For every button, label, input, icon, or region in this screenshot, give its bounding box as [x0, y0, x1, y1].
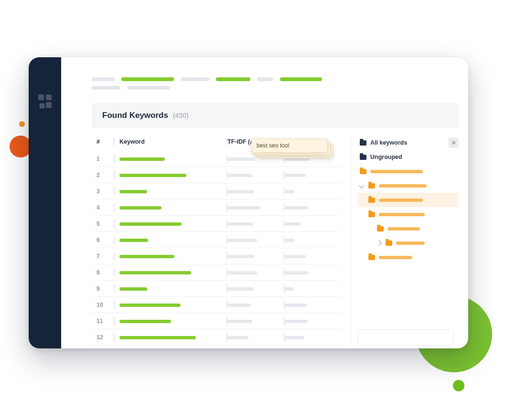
app-dashboard-icon[interactable] — [38, 94, 52, 108]
row-index: 5 — [97, 220, 114, 227]
table-row[interactable]: 2 — [92, 167, 342, 183]
folder-icon — [368, 198, 375, 203]
folder-subitem[interactable] — [358, 221, 459, 236]
value-bar — [227, 190, 254, 193]
table-row[interactable]: 6 — [92, 232, 342, 248]
keyword-bar — [119, 271, 191, 274]
main-area: Found Keywords (430) # Keyword TF-IDF (A… — [61, 57, 468, 348]
row-index: 4 — [97, 204, 114, 211]
value-bar — [227, 158, 255, 161]
keyword-bar — [119, 255, 174, 258]
folder-item[interactable] — [358, 164, 459, 178]
value-bar — [285, 287, 294, 291]
chevron-right-icon — [376, 240, 381, 245]
column-divider — [114, 155, 115, 163]
row-index: 9 — [97, 285, 114, 292]
value-bar — [285, 255, 306, 258]
folders-panel: All keywords Ungrouped — [351, 133, 459, 346]
col-index[interactable]: # — [97, 138, 114, 145]
panel-count: (430) — [173, 112, 189, 119]
row-index: 3 — [97, 188, 114, 195]
keyword-bar — [119, 190, 147, 193]
value-bar — [227, 255, 254, 258]
value-bar — [227, 222, 253, 226]
folder-item-expanded[interactable] — [358, 178, 459, 193]
row-index: 11 — [97, 318, 114, 325]
folder-label-placeholder — [379, 256, 412, 259]
value-bar — [285, 190, 294, 193]
keyword-bar — [119, 158, 165, 161]
folder-all-keywords[interactable]: All keywords — [358, 136, 409, 150]
value-bar — [285, 336, 304, 339]
crumb-active[interactable] — [216, 77, 250, 81]
table-row[interactable]: 9 — [92, 281, 342, 297]
col-keyword[interactable]: Keyword — [119, 138, 226, 145]
value-bar — [285, 174, 306, 177]
folder-label-placeholder — [396, 242, 425, 245]
folder-ungrouped[interactable]: Ungrouped — [358, 150, 459, 164]
value-bar — [285, 320, 308, 323]
decoration-circle-orange-small — [19, 121, 25, 127]
folder-subitem[interactable] — [358, 250, 459, 264]
table-row[interactable]: 12 — [92, 329, 342, 346]
folder-subitem[interactable] — [358, 207, 459, 221]
row-index: 8 — [97, 269, 114, 276]
collapse-panel-button[interactable] — [448, 137, 459, 148]
row-index: 12 — [97, 334, 114, 341]
column-divider — [114, 220, 115, 228]
folder-icon — [360, 140, 366, 146]
column-divider — [114, 268, 115, 277]
keyword-bar — [119, 174, 186, 177]
keyword-bar — [119, 239, 148, 242]
breadcrumb-secondary — [92, 86, 459, 90]
crumb-placeholder — [92, 86, 120, 90]
keyword-bar — [119, 287, 147, 291]
crumb-placeholder — [127, 86, 170, 90]
folder-label-placeholder — [379, 199, 423, 202]
folder-icon — [360, 155, 366, 160]
table-row[interactable]: 3 — [92, 183, 342, 200]
folder-label-placeholder — [379, 213, 425, 216]
crumb-active[interactable] — [121, 77, 174, 81]
app-window: Found Keywords (430) # Keyword TF-IDF (A… — [29, 57, 468, 348]
column-divider — [114, 187, 115, 196]
crumb-placeholder — [257, 77, 273, 81]
column-divider — [114, 137, 115, 146]
value-bar — [227, 239, 257, 242]
row-index: 10 — [97, 302, 114, 308]
value-bar — [227, 320, 252, 323]
table-row[interactable]: 10 — [92, 297, 342, 313]
keyword-bar — [119, 304, 181, 307]
row-index: 7 — [97, 253, 114, 260]
tooltip-text: best seo tool — [257, 142, 289, 149]
folder-search-input[interactable] — [358, 329, 454, 346]
table-row[interactable]: 8 — [92, 264, 342, 281]
folder-icon — [360, 169, 366, 174]
column-divider — [114, 317, 115, 326]
sidebar — [29, 57, 61, 348]
column-divider — [114, 284, 115, 293]
row-index: 6 — [97, 237, 114, 243]
crumb-active[interactable] — [280, 77, 322, 81]
value-bar — [285, 304, 307, 307]
table-row[interactable]: 5 — [92, 216, 342, 232]
table-row[interactable]: 11 — [92, 313, 342, 329]
chevron-down-icon — [359, 183, 364, 188]
keyword-bar — [119, 336, 196, 339]
value-bar — [285, 222, 301, 226]
table-row[interactable]: 7 — [92, 248, 342, 264]
folder-icon — [368, 183, 375, 189]
value-bar — [227, 206, 261, 210]
column-divider — [114, 171, 115, 179]
folder-label-placeholder — [387, 227, 420, 231]
value-bar — [285, 271, 309, 274]
panel-header: Found Keywords (430) — [92, 103, 459, 128]
keyword-bar — [119, 222, 182, 226]
value-bar — [227, 271, 257, 274]
value-bar — [227, 287, 254, 291]
keywords-table: # Keyword TF-IDF (Avg) TF-IDF (Min) 1234… — [92, 133, 342, 346]
table-row[interactable]: 4 — [92, 200, 342, 216]
folder-subitem-collapsed[interactable] — [358, 236, 459, 250]
folder-subitem-active[interactable] — [358, 193, 459, 207]
folder-label-placeholder — [370, 170, 423, 173]
